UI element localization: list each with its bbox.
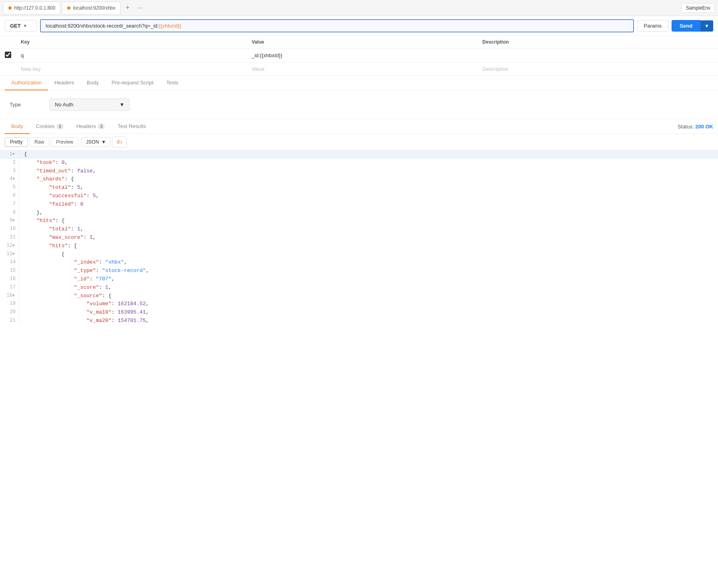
code-line-7: 7 "failed": 0 [0, 200, 718, 209]
line-num-12: 12▼ [0, 242, 19, 250]
line-content-6: "successful": 5, [24, 192, 99, 200]
code-line-6: 6 "successful": 5, [0, 192, 718, 200]
headers-badge: 3 [98, 124, 105, 129]
format-type-select[interactable]: JSON ▼ [82, 137, 110, 147]
code-line-21: 21 "v_ma20": 154701.75, [0, 317, 718, 325]
tab-dot-1 [8, 6, 12, 10]
line-num-6: 6 [0, 192, 19, 200]
tab-dot-2 [67, 6, 70, 10]
line-content-10: "total": 1, [24, 225, 83, 234]
line-num-11: 11 [0, 234, 19, 241]
tab-add-button[interactable]: + [122, 4, 133, 12]
line-num-17: 17 [0, 284, 19, 291]
code-line-8: 8 }, [0, 209, 718, 217]
key-col-header: Key [21, 39, 252, 45]
line-content-7: "failed": 0 [24, 200, 83, 209]
send-dropdown-button[interactable]: ▼ [700, 20, 713, 32]
param-row-1: q _id:{{xhbxId}} [0, 48, 718, 63]
tab-item-1[interactable]: http://127.0.0.1:800 [3, 2, 60, 14]
auth-type-label: Type [10, 102, 42, 108]
url-input[interactable]: localhost:9200/xhbx/stock-record/_search… [40, 19, 634, 32]
line-num-1: 1▼ [0, 150, 19, 158]
resp-tab-body[interactable]: Body [5, 119, 30, 134]
auth-type-select[interactable]: No Auth ▼ [50, 98, 130, 111]
tab-more-button[interactable]: ··· [134, 4, 146, 12]
code-line-11: 11 "max_score": 1, [0, 234, 718, 242]
line-num-21: 21 [0, 317, 19, 324]
params-button[interactable]: Params [637, 20, 669, 32]
line-num-3: 3 [0, 167, 19, 175]
code-line-9: 9▼ "hits": { [0, 217, 718, 225]
send-main-button[interactable]: Send [672, 20, 700, 32]
code-line-15: 15 "_type": "stock-record", [0, 267, 718, 275]
tab-authorization[interactable]: Authorization [5, 76, 48, 90]
code-line-5: 5 "total": 5, [0, 184, 718, 192]
line-num-9: 9▼ [0, 217, 19, 224]
new-key-placeholder[interactable]: New key [21, 66, 252, 72]
code-line-19: 19 "volume": 162184.52, [0, 300, 718, 308]
line-content-9: "hits": { [24, 217, 64, 225]
send-button-group: Send ▼ [672, 20, 713, 32]
format-raw-button[interactable]: Raw [29, 137, 49, 147]
line-num-16: 16 [0, 275, 19, 283]
code-line-17: 17 "_score": 1, [0, 284, 718, 292]
param-checkbox-1[interactable] [5, 52, 11, 58]
format-pretty-button[interactable]: Pretty [5, 137, 28, 147]
param-checkbox-col [5, 52, 21, 59]
tab-tests[interactable]: Tests [160, 76, 185, 90]
method-label: GET [10, 23, 21, 29]
line-content-14: "_index": "xhbx", [24, 258, 127, 267]
new-value-placeholder[interactable]: Value [252, 66, 483, 72]
tab-label-1: http://127.0.0.1:800 [14, 5, 55, 11]
code-line-16: 16 "_id": "707", [0, 275, 718, 284]
env-selector[interactable]: SampleEnv [682, 3, 715, 13]
tab-body[interactable]: Body [80, 76, 105, 90]
checkbox-col-header [5, 39, 21, 45]
resp-tab-cookies[interactable]: Cookies3 [30, 119, 70, 134]
code-line-20: 20 "v_ma10": 163995.41, [0, 308, 718, 317]
auth-type-value: No Auth [55, 102, 73, 108]
line-num-4: 4▼ [0, 175, 19, 183]
params-section: Key Value Description q _id:{{xhbxId}} N… [0, 36, 718, 76]
line-content-3: "timed_out": false, [24, 167, 96, 176]
code-line-12: 12▼ "hits": [ [0, 242, 718, 250]
wrap-button[interactable]: ≡› [112, 136, 127, 148]
new-checkbox-col [5, 66, 21, 72]
response-tabs: Body Cookies3 Headers3 Test Results Stat… [0, 119, 718, 134]
chevron-down-icon: ▼ [23, 24, 27, 28]
resp-tab-test-results[interactable]: Test Results [111, 119, 152, 134]
line-content-17: "_score": 1, [24, 284, 111, 292]
line-content-16: "_id": "707", [24, 275, 114, 284]
tab-item-2[interactable]: localhost:9200/xhbx [62, 2, 120, 14]
code-line-4: 4▼ "_shards": { [0, 175, 718, 184]
code-line-2: 2 "took": 0, [0, 159, 718, 167]
line-content-20: "v_ma10": 163995.41, [24, 308, 149, 317]
json-code-view: 1▼ { 2 "took": 0, 3 "timed_out": false, … [0, 150, 718, 325]
new-desc-placeholder[interactable]: Description [482, 66, 713, 72]
line-content-4: "_shards": { [24, 175, 74, 184]
code-line-13: 13▼ { [0, 250, 718, 259]
line-num-15: 15 [0, 267, 19, 274]
url-bar: GET ▼ localhost:9200/xhbx/stock-record/_… [0, 16, 718, 36]
method-select[interactable]: GET ▼ [5, 20, 37, 32]
line-content-18: "_source": { [24, 292, 111, 300]
param-key-1[interactable]: q [21, 52, 252, 58]
param-value-1[interactable]: _id:{{xhbxId}} [252, 52, 483, 58]
line-num-13: 13▼ [0, 250, 19, 258]
format-preview-button[interactable]: Preview [51, 137, 78, 147]
line-num-7: 7 [0, 200, 19, 208]
tab-pre-request[interactable]: Pre-request Script [105, 76, 160, 90]
code-line-1: 1▼ { [0, 150, 718, 159]
url-plain-text: localhost:9200/xhbx/stock-record/_search… [46, 23, 159, 29]
line-num-14: 14 [0, 258, 19, 266]
resp-tab-headers[interactable]: Headers3 [70, 119, 111, 134]
line-num-18: 18▼ [0, 292, 19, 300]
format-bar: Pretty Raw Preview JSON ▼ ≡› [0, 134, 718, 150]
tab-headers[interactable]: Headers [48, 76, 80, 90]
status-label: Status: [678, 124, 694, 130]
line-num-5: 5 [0, 184, 19, 191]
request-tabs: Authorization Headers Body Pre-request S… [0, 76, 718, 90]
tab-label-2: localhost:9200/xhbx [73, 5, 115, 11]
status-area: Status: 200 OK [678, 124, 713, 130]
line-content-5: "total": 5, [24, 184, 83, 192]
